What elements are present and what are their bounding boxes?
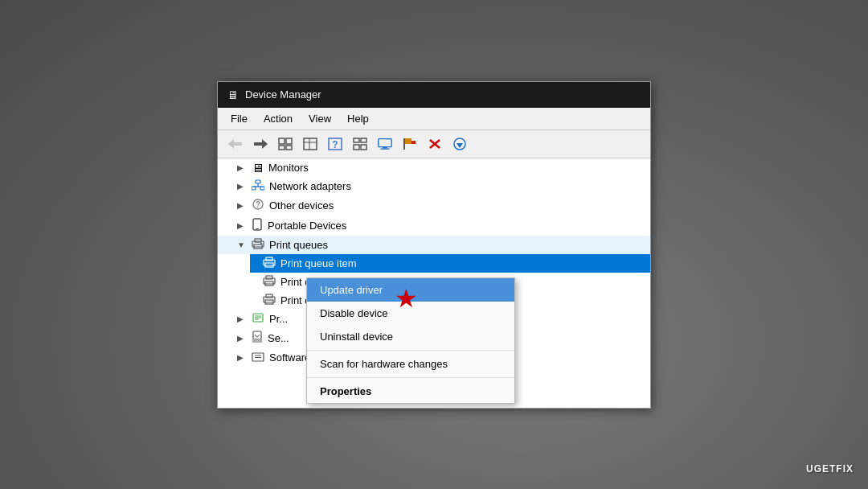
svg-rect-35 (253, 219, 261, 230)
svg-rect-1 (234, 142, 242, 146)
svg-rect-14 (361, 138, 366, 142)
portable-icon (252, 218, 263, 233)
monitors-label: Monitors (268, 162, 309, 174)
tree-item-monitors[interactable]: ▶ 🖥 Monitors (218, 158, 650, 177)
expand-icon-se: ▶ (237, 334, 247, 343)
pr-label: Pr... (269, 313, 288, 325)
portable-label: Portable Devices (268, 220, 346, 232)
watermark: UGETFIX (806, 463, 854, 475)
svg-rect-7 (286, 146, 292, 150)
ctx-disable-device[interactable]: Disable device (307, 302, 514, 325)
back-button[interactable] (224, 134, 247, 154)
expand-icon-network: ▶ (237, 182, 247, 191)
se-icon (252, 331, 263, 346)
svg-rect-4 (279, 138, 285, 144)
svg-rect-16 (361, 145, 366, 150)
expand-icon-print: ▼ (237, 240, 247, 249)
tree-item-network[interactable]: ▶ Network adapters (218, 177, 650, 195)
ctx-update-driver[interactable]: Update driver (307, 278, 514, 302)
svg-marker-26 (457, 143, 463, 148)
menu-file[interactable]: File (224, 109, 254, 128)
svg-rect-54 (253, 331, 261, 339)
svg-rect-36 (256, 228, 259, 229)
printer1-icon (263, 257, 276, 270)
svg-rect-18 (383, 146, 387, 148)
expand-icon-portable: ▶ (237, 221, 247, 230)
svg-rect-55 (252, 339, 262, 343)
svg-rect-22 (411, 141, 416, 144)
flag-button[interactable] (399, 134, 421, 154)
ctx-scan-hardware[interactable]: Scan for hardware changes (307, 352, 514, 376)
ctx-uninstall-device[interactable]: Uninstall device (307, 325, 514, 348)
tree-item-print[interactable]: ▼ Print queues (218, 236, 650, 254)
svg-rect-8 (304, 138, 317, 150)
svg-text:?: ? (332, 139, 338, 150)
svg-rect-17 (379, 138, 391, 146)
svg-rect-29 (260, 187, 264, 190)
printer1-label: Print queue item (280, 257, 357, 269)
svg-rect-40 (260, 243, 262, 244)
svg-rect-28 (252, 187, 256, 190)
expand-icon-software: ▶ (237, 353, 247, 362)
ctx-properties[interactable]: Properties (307, 380, 514, 403)
svg-text:?: ? (256, 200, 260, 209)
svg-rect-5 (286, 138, 292, 144)
help-button[interactable]: ? (324, 134, 346, 154)
expand-icon-pr: ▶ (237, 314, 247, 323)
expand-icon-monitors: ▶ (237, 163, 247, 172)
monitor-icon: 🖥 (252, 161, 264, 175)
device-manager-window: 🖥 Device Manager File Action View Help (217, 81, 651, 409)
content-area: ▶ 🖥 Monitors ▶ Network adapters ▶ (218, 158, 650, 408)
update-button[interactable] (448, 134, 471, 154)
svg-rect-27 (256, 180, 260, 183)
show-device-manager-button[interactable] (274, 134, 297, 154)
svg-rect-20 (404, 138, 411, 144)
svg-rect-13 (354, 138, 359, 142)
view-resources-button[interactable] (299, 134, 321, 154)
tree-item-other[interactable]: ▶ ? Other devices (218, 195, 650, 216)
tree-item-portable[interactable]: ▶ Portable Devices (218, 216, 650, 236)
print-icon (252, 238, 264, 252)
tree-item-printer1[interactable]: Print queue item (250, 254, 650, 273)
software-icon (252, 351, 264, 364)
toolbar: ? (218, 130, 650, 158)
other-device-icon: ? (252, 198, 264, 213)
menu-help[interactable]: Help (341, 109, 375, 128)
expand-icon-other: ▶ (237, 201, 247, 210)
menu-action[interactable]: Action (257, 109, 299, 128)
network-icon (252, 179, 264, 193)
monitor-button[interactable] (374, 134, 396, 154)
context-menu: Update driver Disable device Uninstall d… (306, 277, 515, 404)
se-label: Se... (268, 332, 289, 344)
svg-rect-15 (354, 145, 359, 150)
svg-marker-0 (228, 139, 234, 149)
svg-marker-2 (262, 139, 268, 149)
svg-rect-19 (381, 148, 390, 149)
title-bar: 🖥 Device Manager (218, 82, 650, 108)
svg-rect-3 (254, 142, 262, 146)
printer3-icon (263, 294, 276, 307)
window-icon: 🖥 (227, 88, 239, 101)
ctx-separator-1 (307, 350, 514, 351)
print-label: Print queues (269, 239, 328, 251)
ctx-separator-2 (307, 377, 514, 378)
pr-icon (252, 312, 264, 326)
network-label: Network adapters (269, 180, 351, 192)
forward-button[interactable] (249, 134, 272, 154)
printer2-icon (263, 275, 276, 289)
other-label: Other devices (269, 199, 334, 212)
view-button[interactable] (349, 134, 371, 154)
menu-view[interactable]: View (302, 109, 338, 128)
menu-bar: File Action View Help (218, 108, 650, 130)
svg-rect-6 (279, 146, 285, 150)
window-title: Device Manager (245, 88, 321, 101)
disable-button[interactable] (424, 134, 446, 154)
